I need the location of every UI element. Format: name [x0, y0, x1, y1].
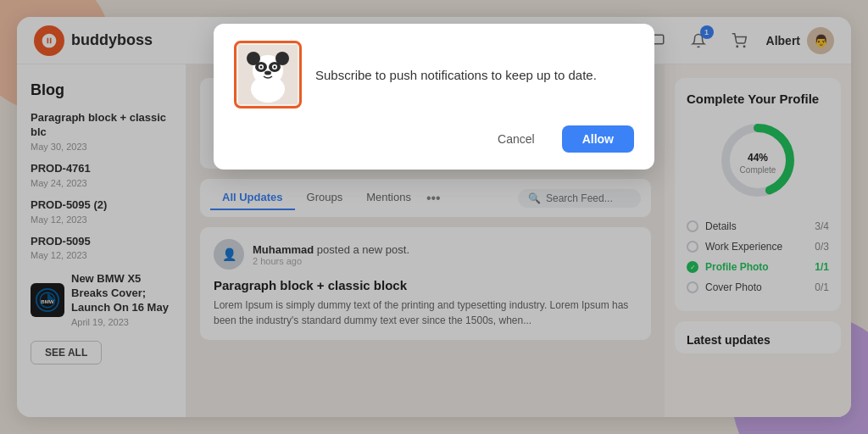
svg-point-19: [264, 71, 271, 75]
svg-point-18: [274, 66, 276, 69]
panda-image: [234, 41, 302, 108]
allow-button[interactable]: Allow: [562, 125, 634, 153]
dialog-overlay: Subscribe to push notifications to keep …: [0, 0, 868, 434]
push-dialog-content: Subscribe to push notifications to keep …: [234, 41, 634, 108]
svg-point-17: [260, 66, 263, 69]
push-dialog-text: Subscribe to push notifications to keep …: [315, 66, 597, 84]
push-notification-dialog: Subscribe to push notifications to keep …: [214, 24, 654, 170]
push-dialog-actions: Cancel Allow: [234, 125, 634, 153]
cancel-button[interactable]: Cancel: [481, 125, 552, 153]
